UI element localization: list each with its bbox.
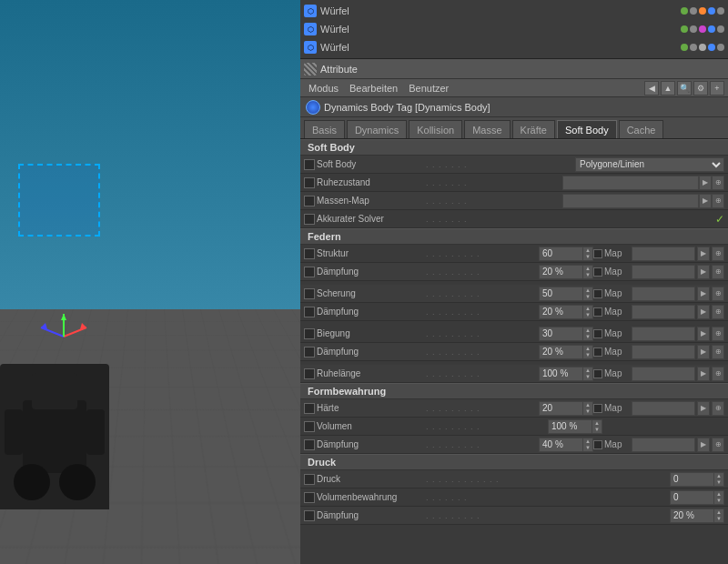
- daempfung-form-up[interactable]: ▲: [583, 438, 592, 445]
- expand-button[interactable]: +: [710, 81, 724, 96]
- volbew-down[interactable]: ▼: [714, 498, 723, 504]
- daempfung3-map-btn1[interactable]: ▶: [697, 345, 710, 359]
- menu-benutzer[interactable]: Benutzer: [404, 82, 453, 95]
- daempfung-form-input[interactable]: [539, 438, 582, 452]
- struktur-input[interactable]: [539, 247, 582, 261]
- content-area[interactable]: Soft Body Soft Body . . . . . . . Polygo…: [300, 139, 728, 564]
- struktur-map-btn1[interactable]: ▶: [697, 247, 710, 261]
- haerte-down[interactable]: ▼: [583, 408, 592, 415]
- biegung-up[interactable]: ▲: [583, 327, 592, 334]
- settings-button[interactable]: ⚙: [693, 81, 708, 96]
- volumen-up[interactable]: ▲: [592, 420, 602, 427]
- tab-kraefte[interactable]: Kräfte: [512, 120, 555, 138]
- tab-basis[interactable]: Basis: [304, 120, 345, 138]
- scherung-checkbox[interactable]: [304, 288, 315, 299]
- biegung-input[interactable]: [539, 327, 582, 341]
- struktur-up[interactable]: ▲: [583, 247, 592, 254]
- volbew-input[interactable]: [670, 490, 713, 505]
- daempfung1-map-input[interactable]: [632, 265, 695, 279]
- biegung-map-input[interactable]: [632, 327, 695, 341]
- soft-body-select[interactable]: Polygone/Linien: [575, 157, 724, 172]
- haerte-map-checkbox[interactable]: [593, 404, 602, 413]
- druck-checkbox[interactable]: [304, 474, 315, 485]
- ruhel-map-input[interactable]: [632, 367, 695, 381]
- ruhel-input[interactable]: [539, 367, 582, 381]
- daempfung-druck-up[interactable]: ▲: [714, 509, 723, 516]
- daempfung2-map-checkbox[interactable]: [593, 307, 602, 317]
- volbew-up[interactable]: ▲: [714, 491, 723, 498]
- menu-bearbeiten[interactable]: Bearbeiten: [345, 82, 402, 95]
- daempfung3-up[interactable]: ▲: [583, 346, 592, 352]
- struktur-map-btn2[interactable]: ⊕: [712, 247, 724, 261]
- daempfung-form-map-checkbox[interactable]: [593, 440, 602, 449]
- daempfung3-map-input[interactable]: [632, 345, 695, 359]
- daempfung2-map-btn2[interactable]: ⊕: [712, 305, 724, 319]
- biegung-map-checkbox[interactable]: [593, 329, 602, 338]
- daempfung-form-map-btn2[interactable]: ⊕: [712, 438, 724, 452]
- biegung-map-btn2[interactable]: ⊕: [712, 327, 724, 341]
- soft-body-checkbox[interactable]: [304, 159, 315, 170]
- biegung-checkbox[interactable]: [304, 328, 315, 339]
- struktur-map-input[interactable]: [632, 247, 695, 261]
- daempfung1-map-btn2[interactable]: ⊕: [712, 265, 724, 279]
- ruhel-map-btn2[interactable]: ⊕: [712, 367, 724, 381]
- haerte-map-btn2[interactable]: ⊕: [712, 401, 724, 416]
- daempfung2-map-input[interactable]: [632, 305, 695, 319]
- daempfung-form-checkbox[interactable]: [304, 439, 315, 450]
- daempfung3-input[interactable]: [539, 345, 582, 359]
- daempfung3-down[interactable]: ▼: [583, 352, 592, 358]
- nav-forward-button[interactable]: ▲: [661, 81, 675, 96]
- biegung-map-btn1[interactable]: ▶: [697, 327, 710, 341]
- ruhezustand-extra-btn[interactable]: ⊕: [712, 176, 724, 190]
- daempfung1-input[interactable]: [539, 265, 582, 279]
- daempfung-form-map-btn1[interactable]: ▶: [697, 438, 710, 452]
- ruhezustand-checkbox[interactable]: [304, 177, 315, 188]
- daempfung2-input[interactable]: [539, 305, 582, 319]
- volumen-input[interactable]: [548, 419, 592, 434]
- struktur-down[interactable]: ▼: [583, 254, 592, 260]
- daempfung3-checkbox[interactable]: [304, 347, 315, 358]
- tab-masse[interactable]: Masse: [464, 120, 510, 138]
- struktur-checkbox[interactable]: [304, 248, 315, 259]
- daempfung3-map-checkbox[interactable]: [593, 347, 602, 357]
- daempfung-form-down[interactable]: ▼: [583, 445, 592, 451]
- nav-back-button[interactable]: ◀: [644, 81, 659, 96]
- daempfung-druck-checkbox[interactable]: [304, 510, 315, 521]
- daempfung3-map-btn2[interactable]: ⊕: [712, 345, 724, 359]
- druck-up[interactable]: ▲: [714, 473, 723, 479]
- daempfung2-up[interactable]: ▲: [583, 306, 592, 312]
- haerte-input[interactable]: [539, 401, 582, 416]
- ruhezustand-map-btn[interactable]: ▶: [699, 176, 712, 190]
- haerte-checkbox[interactable]: [304, 403, 315, 414]
- haerte-map-btn1[interactable]: ▶: [697, 401, 710, 416]
- scherung-map-btn1[interactable]: ▶: [697, 287, 710, 301]
- scherung-down[interactable]: ▼: [583, 294, 592, 300]
- scherung-map-btn2[interactable]: ⊕: [712, 287, 724, 301]
- daempfung1-up[interactable]: ▲: [583, 266, 592, 272]
- scherung-map-input[interactable]: [632, 287, 695, 301]
- massen-map-input[interactable]: [562, 194, 699, 208]
- volumen-down[interactable]: ▼: [592, 427, 602, 433]
- biegung-down[interactable]: ▼: [583, 334, 592, 340]
- daempfung-form-map-input[interactable]: [632, 438, 695, 452]
- haerte-up[interactable]: ▲: [583, 402, 592, 408]
- druck-down[interactable]: ▼: [714, 479, 723, 486]
- haerte-map-input[interactable]: [632, 401, 695, 416]
- object-row[interactable]: ⬡ Würfel: [300, 2, 728, 20]
- ruhel-checkbox[interactable]: [304, 368, 315, 379]
- massen-map-extra-btn[interactable]: ⊕: [712, 194, 724, 208]
- struktur-map-checkbox[interactable]: [593, 249, 602, 258]
- daempfung2-map-btn1[interactable]: ▶: [697, 305, 710, 319]
- daempfung-druck-input[interactable]: [670, 509, 713, 523]
- ruhel-map-checkbox[interactable]: [593, 369, 602, 378]
- scherung-input[interactable]: [539, 287, 582, 301]
- scherung-up[interactable]: ▲: [583, 287, 592, 294]
- tab-soft-body[interactable]: Soft Body: [557, 120, 617, 138]
- tab-kollision[interactable]: Kollision: [409, 120, 462, 138]
- ruhel-map-btn1[interactable]: ▶: [697, 367, 710, 381]
- volbew-checkbox[interactable]: [304, 492, 315, 503]
- daempfung1-map-checkbox[interactable]: [593, 267, 602, 277]
- akkurater-checkbox[interactable]: [304, 214, 315, 225]
- daempfung1-checkbox[interactable]: [304, 267, 315, 277]
- object-row[interactable]: ⬡ Würfel: [300, 20, 728, 38]
